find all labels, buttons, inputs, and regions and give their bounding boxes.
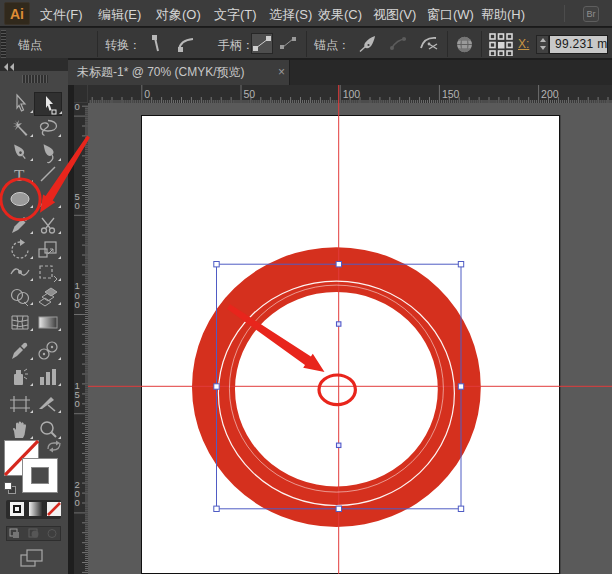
svg-text:0: 0 [75,497,80,508]
svg-text:T: T [14,166,25,185]
svg-text:0: 0 [75,299,80,310]
svg-text:0: 0 [75,200,80,211]
svg-text:0: 0 [75,101,80,112]
svg-text:0: 0 [75,398,80,409]
